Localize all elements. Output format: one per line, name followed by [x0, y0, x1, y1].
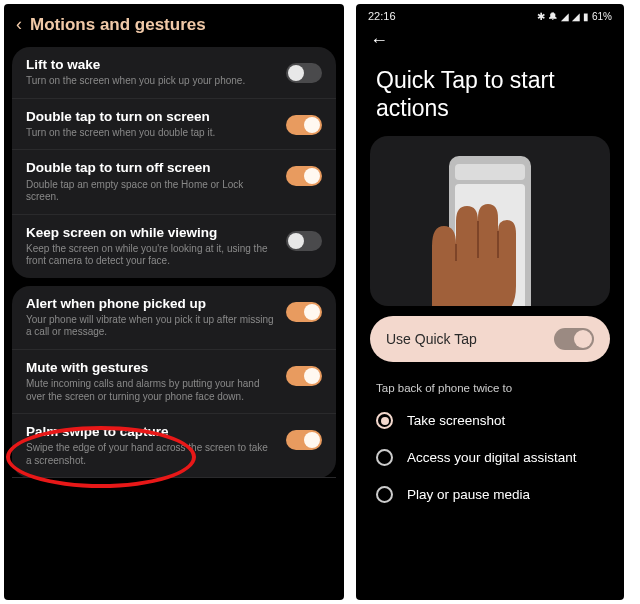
item-toggle[interactable] [286, 430, 322, 450]
use-quick-tap-row[interactable]: Use Quick Tap [370, 316, 610, 362]
item-desc: Swipe the edge of your hand across the s… [26, 442, 276, 467]
item-toggle[interactable] [286, 366, 322, 386]
wifi-icon: ◢ [561, 11, 569, 22]
battery-icon: ▮ [583, 11, 589, 22]
item-desc: Your phone will vibrate when you pick it… [26, 314, 276, 339]
item-desc: Turn on the screen when you double tap i… [26, 127, 276, 140]
status-time: 22:16 [368, 10, 396, 22]
radio-option[interactable]: Take screenshot [356, 402, 624, 439]
item-desc: Keep the screen on while you're looking … [26, 243, 276, 268]
header: ‹ Motions and gestures [4, 4, 344, 43]
use-quick-tap-label: Use Quick Tap [386, 331, 477, 347]
radio-label: Play or pause media [407, 487, 530, 502]
radio-icon [376, 412, 393, 429]
item-title: Mute with gestures [26, 360, 276, 376]
section-label: Tap back of phone twice to [356, 372, 624, 402]
item-desc: Double tap an empty space on the Home or… [26, 179, 276, 204]
item-toggle[interactable] [286, 115, 322, 135]
back-button[interactable]: ← [356, 24, 624, 57]
item-title: Keep screen on while viewing [26, 225, 276, 241]
illustration [370, 136, 610, 306]
signal-icon: ◢ [572, 11, 580, 22]
item-title: Lift to wake [26, 57, 276, 73]
item-desc: Turn on the screen when you pick up your… [26, 75, 276, 88]
settings-item[interactable]: Palm swipe to captureSwipe the edge of y… [12, 414, 336, 478]
item-title: Double tap to turn off screen [26, 160, 276, 176]
battery-text: 61% [592, 11, 612, 22]
radio-label: Access your digital assistant [407, 450, 577, 465]
status-icons: ✱ 🔔︎ ◢ ◢ ▮ 61% [537, 11, 612, 22]
item-toggle[interactable] [286, 63, 322, 83]
radio-icon [376, 486, 393, 503]
bluetooth-icon: ✱ [537, 11, 545, 22]
item-toggle[interactable] [286, 302, 322, 322]
settings-item[interactable]: Double tap to turn on screenTurn on the … [12, 99, 336, 151]
samsung-settings-screen: ‹ Motions and gestures Lift to wakeTurn … [4, 4, 344, 600]
settings-item[interactable]: Double tap to turn off screenDouble tap … [12, 150, 336, 214]
radio-option[interactable]: Access your digital assistant [356, 439, 624, 476]
settings-item[interactable]: Alert when phone picked upYour phone wil… [12, 286, 336, 350]
settings-group: Lift to wakeTurn on the screen when you … [12, 47, 336, 278]
settings-item[interactable]: Lift to wakeTurn on the screen when you … [12, 47, 336, 99]
item-toggle[interactable] [286, 231, 322, 251]
settings-item[interactable]: Keep screen on while viewingKeep the scr… [12, 215, 336, 278]
use-quick-tap-toggle[interactable] [554, 328, 594, 350]
settings-item[interactable]: Mute with gesturesMute incoming calls an… [12, 350, 336, 414]
radio-icon [376, 449, 393, 466]
status-bar: 22:16 ✱ 🔔︎ ◢ ◢ ▮ 61% [356, 4, 624, 24]
radio-option[interactable]: Play or pause media [356, 476, 624, 513]
page-title: Motions and gestures [30, 15, 206, 35]
radio-label: Take screenshot [407, 413, 505, 428]
pixel-settings-screen: 22:16 ✱ 🔔︎ ◢ ◢ ▮ 61% ← Quick Tap to star… [356, 4, 624, 600]
settings-group: Alert when phone picked upYour phone wil… [12, 286, 336, 479]
dnd-icon: 🔔︎ [548, 11, 558, 22]
illustration-hand [402, 186, 522, 306]
page-title: Quick Tap to start actions [356, 57, 624, 136]
item-title: Palm swipe to capture [26, 424, 276, 440]
item-desc: Mute incoming calls and alarms by puttin… [26, 378, 276, 403]
back-icon[interactable]: ‹ [16, 14, 22, 35]
item-title: Double tap to turn on screen [26, 109, 276, 125]
item-toggle[interactable] [286, 166, 322, 186]
item-title: Alert when phone picked up [26, 296, 276, 312]
